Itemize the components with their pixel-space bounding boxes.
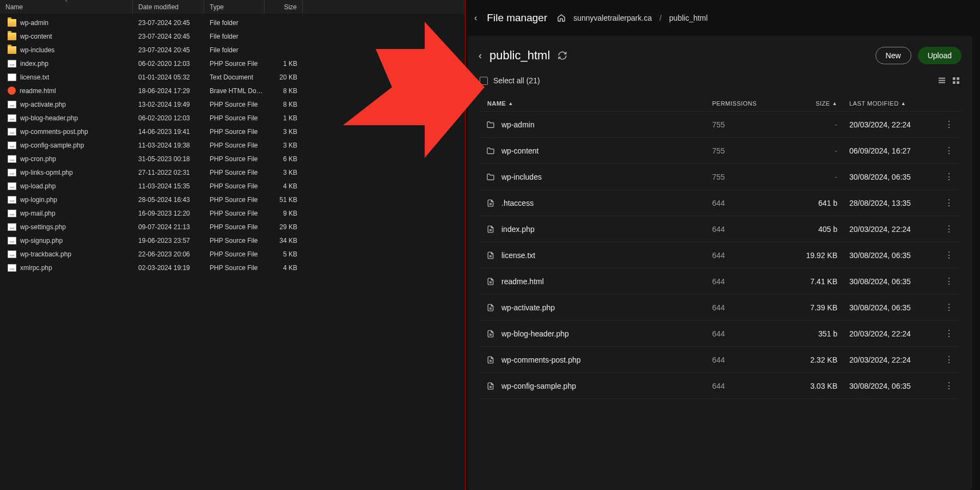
grid-view-icon[interactable] bbox=[952, 76, 960, 85]
table-row[interactable]: wp-activate.php6447.39 KB30/08/2024, 06:… bbox=[479, 295, 961, 321]
table-row[interactable]: wp-cron.php31-05-2023 00:18PHP Source Fi… bbox=[0, 152, 465, 166]
breadcrumb-back-icon[interactable]: ‹ bbox=[472, 13, 479, 23]
table-row[interactable]: wp-content23-07-2024 20:45File folder bbox=[0, 29, 465, 43]
php-icon bbox=[8, 210, 16, 217]
panel-back-icon[interactable]: ‹ bbox=[479, 50, 482, 62]
breadcrumb-current: public_html bbox=[669, 14, 708, 22]
file-type: PHP Source File bbox=[204, 60, 265, 68]
table-row[interactable]: wp-signup.php19-06-2023 23:57PHP Source … bbox=[0, 234, 465, 247]
breadcrumb-domain[interactable]: sunnyvaletrailerpark.ca bbox=[573, 14, 652, 22]
php-icon bbox=[8, 169, 16, 176]
file-type: PHP Source File bbox=[204, 101, 265, 108]
file-name: wp-comments-post.php bbox=[20, 128, 88, 136]
fm-col-permissions[interactable]: PERMISSIONS bbox=[712, 100, 777, 107]
row-actions-icon[interactable]: ⋮ bbox=[941, 198, 957, 208]
fm-col-modified[interactable]: LAST MODIFIED▲ bbox=[837, 100, 941, 107]
svg-rect-5 bbox=[957, 77, 959, 80]
table-row[interactable]: .htaccess644641 b28/08/2024, 13:35⋮ bbox=[479, 190, 961, 216]
file-name: wp-signup.php bbox=[20, 237, 63, 244]
file-type: Brave HTML Docu… bbox=[204, 87, 265, 95]
current-folder-title: public_html bbox=[489, 48, 550, 63]
table-row[interactable]: wp-config-sample.php11-03-2024 19:38PHP … bbox=[0, 138, 465, 152]
fm-col-size[interactable]: SIZE▲ bbox=[777, 100, 837, 107]
file-type: PHP Source File bbox=[204, 264, 265, 272]
fm-file-name: wp-comments-post.php bbox=[501, 356, 581, 364]
table-row[interactable]: index.php06-02-2020 12:03PHP Source File… bbox=[0, 57, 465, 70]
table-row[interactable]: wp-blog-header.php644351 b20/03/2024, 22… bbox=[479, 321, 961, 347]
explorer-rows: wp-admin23-07-2024 20:45File folderwp-co… bbox=[0, 14, 465, 274]
table-row[interactable]: wp-config-sample.php6443.03 KB30/08/2024… bbox=[479, 373, 961, 399]
file-type: File folder bbox=[204, 19, 265, 27]
file-date: 23-07-2024 20:45 bbox=[133, 33, 204, 40]
table-row[interactable]: wp-includes23-07-2024 20:45File folder bbox=[0, 43, 465, 57]
file-size: 3 KB bbox=[265, 128, 303, 136]
fm-file-name: wp-blog-header.php bbox=[501, 329, 569, 338]
table-row[interactable]: wp-load.php11-03-2024 15:35PHP Source Fi… bbox=[0, 179, 465, 193]
table-row[interactable]: readme.html6447.41 KB30/08/2024, 06:35⋮ bbox=[479, 268, 961, 295]
file-date: 18-06-2024 17:29 bbox=[133, 87, 204, 95]
table-row[interactable]: wp-content755-06/09/2024, 16:27⋮ bbox=[479, 138, 961, 164]
refresh-icon[interactable] bbox=[558, 51, 567, 60]
table-row[interactable]: wp-settings.php09-07-2024 21:13PHP Sourc… bbox=[0, 220, 465, 234]
breadcrumb: ‹ File manager sunnyvaletrailerpark.ca /… bbox=[465, 5, 980, 36]
table-row[interactable]: wp-links-opml.php27-11-2022 02:31PHP Sou… bbox=[0, 166, 465, 179]
column-header-name[interactable]: ˄ Name bbox=[0, 0, 133, 14]
table-row[interactable]: wp-trackback.php22-06-2023 20:06PHP Sour… bbox=[0, 247, 465, 261]
svg-rect-6 bbox=[953, 81, 955, 84]
select-all-label[interactable]: Select all (21) bbox=[493, 76, 540, 85]
fm-size: 405 b bbox=[777, 225, 837, 234]
list-view-icon[interactable] bbox=[938, 76, 946, 85]
table-row[interactable]: license.txt64419.92 KB30/08/2024, 06:35⋮ bbox=[479, 242, 961, 268]
svg-rect-4 bbox=[953, 77, 955, 80]
table-row[interactable]: xmlrpc.php02-03-2024 19:19PHP Source Fil… bbox=[0, 261, 465, 274]
file-date: 11-03-2024 15:35 bbox=[133, 182, 204, 190]
file-size: 51 KB bbox=[265, 196, 303, 204]
folder-icon bbox=[8, 19, 16, 27]
file-type: PHP Source File bbox=[204, 182, 265, 190]
home-icon[interactable] bbox=[557, 14, 566, 22]
select-all-checkbox[interactable] bbox=[480, 77, 488, 85]
row-actions-icon[interactable]: ⋮ bbox=[941, 328, 957, 339]
fm-modified: 28/08/2024, 13:35 bbox=[837, 199, 941, 207]
column-header-date[interactable]: Date modified bbox=[133, 0, 204, 14]
fm-modified: 30/08/2024, 06:35 bbox=[837, 382, 941, 390]
upload-button[interactable]: Upload bbox=[918, 47, 961, 64]
file-size: 20 KB bbox=[265, 74, 303, 81]
row-actions-icon[interactable]: ⋮ bbox=[941, 224, 957, 234]
table-row[interactable]: wp-activate.php13-02-2024 19:49PHP Sourc… bbox=[0, 97, 465, 111]
table-row[interactable]: wp-comments-post.php6442.32 KB20/03/2024… bbox=[479, 347, 961, 373]
table-row[interactable]: wp-admin23-07-2024 20:45File folder bbox=[0, 16, 465, 29]
table-row[interactable]: wp-includes755-30/08/2024, 06:35⋮ bbox=[479, 164, 961, 190]
table-row[interactable]: wp-login.php28-05-2024 16:43PHP Source F… bbox=[0, 193, 465, 206]
row-actions-icon[interactable]: ⋮ bbox=[941, 171, 957, 182]
column-header-size[interactable]: Size bbox=[265, 0, 303, 14]
file-name: license.txt bbox=[20, 74, 49, 81]
column-header-type[interactable]: Type bbox=[204, 0, 265, 14]
file-date: 11-03-2024 19:38 bbox=[133, 142, 204, 149]
table-row[interactable]: wp-mail.php16-09-2023 12:20PHP Source Fi… bbox=[0, 206, 465, 220]
new-button[interactable]: New bbox=[875, 47, 911, 64]
svg-rect-1 bbox=[939, 78, 945, 79]
row-actions-icon[interactable]: ⋮ bbox=[941, 302, 957, 313]
row-actions-icon[interactable]: ⋮ bbox=[941, 145, 957, 156]
row-actions-icon[interactable]: ⋮ bbox=[941, 119, 957, 130]
row-actions-icon[interactable]: ⋮ bbox=[941, 276, 957, 286]
table-row[interactable]: wp-admin755-20/03/2024, 22:24⋮ bbox=[479, 112, 961, 138]
file-date: 23-07-2024 20:45 bbox=[133, 19, 204, 27]
file-manager-panel: ‹ public_html New Upload Select all (21) bbox=[468, 36, 972, 490]
file-date: 14-06-2023 19:41 bbox=[133, 128, 204, 136]
table-row[interactable]: wp-comments-post.php14-06-2023 19:41PHP … bbox=[0, 125, 465, 138]
table-row[interactable]: readme.html18-06-2024 17:29Brave HTML Do… bbox=[0, 84, 465, 97]
file-size: 3 KB bbox=[265, 169, 303, 176]
row-actions-icon[interactable]: ⋮ bbox=[941, 381, 957, 391]
row-actions-icon[interactable]: ⋮ bbox=[941, 354, 957, 365]
file-name: index.php bbox=[20, 60, 48, 68]
fm-modified: 30/08/2024, 06:35 bbox=[837, 303, 941, 312]
folder-icon bbox=[486, 120, 495, 129]
table-row[interactable]: index.php644405 b20/03/2024, 22:24⋮ bbox=[479, 216, 961, 242]
fm-col-name[interactable]: NAME▲ bbox=[483, 100, 712, 107]
fm-permissions: 644 bbox=[712, 329, 777, 338]
row-actions-icon[interactable]: ⋮ bbox=[941, 250, 957, 260]
table-row[interactable]: license.txt01-01-2024 05:32Text Document… bbox=[0, 70, 465, 84]
table-row[interactable]: wp-blog-header.php06-02-2020 12:03PHP So… bbox=[0, 111, 465, 125]
